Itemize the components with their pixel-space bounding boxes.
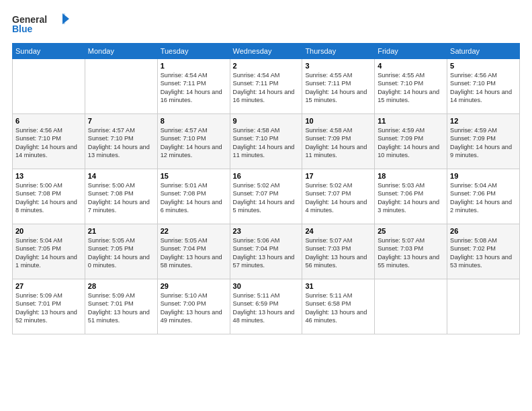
day-number: 22 — [161, 227, 227, 235]
day-info: Sunrise: 4:57 AM Sunset: 7:10 PM Dayligh… — [161, 126, 227, 160]
day-info: Sunrise: 4:58 AM Sunset: 7:09 PM Dayligh… — [305, 126, 371, 160]
weekday-header-saturday: Saturday — [447, 44, 520, 59]
weekday-header-wednesday: Wednesday — [230, 44, 302, 59]
day-number: 29 — [161, 282, 227, 290]
calendar-cell: 24Sunrise: 5:07 AM Sunset: 7:03 PM Dayli… — [302, 224, 375, 279]
day-number: 21 — [88, 227, 154, 235]
day-info: Sunrise: 5:06 AM Sunset: 7:04 PM Dayligh… — [233, 236, 300, 270]
day-info: Sunrise: 5:02 AM Sunset: 7:07 PM Dayligh… — [305, 181, 371, 215]
week-row-1: 1Sunrise: 4:54 AM Sunset: 7:11 PM Daylig… — [13, 59, 520, 114]
week-row-5: 27Sunrise: 5:09 AM Sunset: 7:01 PM Dayli… — [13, 279, 520, 334]
day-number: 10 — [305, 117, 371, 125]
calendar-cell: 17Sunrise: 5:02 AM Sunset: 7:07 PM Dayli… — [302, 169, 375, 224]
day-number: 12 — [450, 117, 517, 125]
week-row-2: 6Sunrise: 4:56 AM Sunset: 7:10 PM Daylig… — [13, 114, 520, 169]
day-info: Sunrise: 5:04 AM Sunset: 7:06 PM Dayligh… — [450, 181, 517, 215]
calendar-cell: 28Sunrise: 5:09 AM Sunset: 7:01 PM Dayli… — [85, 279, 157, 334]
weekday-header-friday: Friday — [375, 44, 447, 59]
week-row-3: 13Sunrise: 5:00 AM Sunset: 7:08 PM Dayli… — [13, 169, 520, 224]
calendar-cell: 11Sunrise: 4:59 AM Sunset: 7:09 PM Dayli… — [375, 114, 447, 169]
day-info: Sunrise: 5:01 AM Sunset: 7:08 PM Dayligh… — [161, 181, 227, 215]
weekday-header-row: SundayMondayTuesdayWednesdayThursdayFrid… — [13, 44, 520, 59]
day-number: 9 — [233, 117, 300, 125]
calendar-cell: 30Sunrise: 5:11 AM Sunset: 6:59 PM Dayli… — [230, 279, 302, 334]
day-number: 26 — [450, 227, 517, 235]
logo-text-block: General Blue — [12, 12, 73, 36]
day-info: Sunrise: 5:02 AM Sunset: 7:07 PM Dayligh… — [233, 181, 300, 215]
day-info: Sunrise: 4:54 AM Sunset: 7:11 PM Dayligh… — [233, 71, 300, 105]
page: General Blue SundayMondayTuesdayWednesda… — [0, 0, 532, 411]
calendar-cell: 26Sunrise: 5:08 AM Sunset: 7:02 PM Dayli… — [447, 224, 520, 279]
day-info: Sunrise: 5:09 AM Sunset: 7:01 PM Dayligh… — [88, 291, 154, 325]
calendar-cell: 8Sunrise: 4:57 AM Sunset: 7:10 PM Daylig… — [157, 114, 230, 169]
day-info: Sunrise: 5:03 AM Sunset: 7:06 PM Dayligh… — [378, 181, 444, 215]
day-number: 1 — [161, 62, 227, 70]
day-number: 3 — [305, 62, 371, 70]
weekday-header-monday: Monday — [85, 44, 157, 59]
day-number: 14 — [88, 172, 154, 180]
calendar-cell — [85, 59, 157, 114]
day-number: 11 — [378, 117, 444, 125]
day-info: Sunrise: 5:11 AM Sunset: 6:58 PM Dayligh… — [305, 291, 371, 325]
calendar-cell: 31Sunrise: 5:11 AM Sunset: 6:58 PM Dayli… — [302, 279, 375, 334]
day-info: Sunrise: 4:59 AM Sunset: 7:09 PM Dayligh… — [378, 126, 444, 160]
day-info: Sunrise: 4:55 AM Sunset: 7:11 PM Dayligh… — [305, 71, 371, 105]
calendar-cell: 25Sunrise: 5:07 AM Sunset: 7:03 PM Dayli… — [375, 224, 447, 279]
day-info: Sunrise: 4:58 AM Sunset: 7:10 PM Dayligh… — [233, 126, 300, 160]
day-info: Sunrise: 5:04 AM Sunset: 7:05 PM Dayligh… — [15, 236, 82, 270]
day-info: Sunrise: 5:05 AM Sunset: 7:04 PM Dayligh… — [161, 236, 227, 270]
calendar-cell: 1Sunrise: 4:54 AM Sunset: 7:11 PM Daylig… — [157, 59, 230, 114]
calendar-cell: 2Sunrise: 4:54 AM Sunset: 7:11 PM Daylig… — [230, 59, 302, 114]
calendar-cell: 14Sunrise: 5:00 AM Sunset: 7:08 PM Dayli… — [85, 169, 157, 224]
week-row-4: 20Sunrise: 5:04 AM Sunset: 7:05 PM Dayli… — [13, 224, 520, 279]
day-info: Sunrise: 4:59 AM Sunset: 7:09 PM Dayligh… — [450, 126, 517, 160]
svg-text:Blue: Blue — [12, 24, 33, 34]
calendar-cell: 23Sunrise: 5:06 AM Sunset: 7:04 PM Dayli… — [230, 224, 302, 279]
calendar-cell: 20Sunrise: 5:04 AM Sunset: 7:05 PM Dayli… — [13, 224, 85, 279]
day-number: 4 — [378, 62, 444, 70]
day-number: 17 — [305, 172, 371, 180]
day-number: 28 — [88, 282, 154, 290]
day-info: Sunrise: 5:07 AM Sunset: 7:03 PM Dayligh… — [378, 236, 444, 270]
calendar-cell: 6Sunrise: 4:56 AM Sunset: 7:10 PM Daylig… — [13, 114, 85, 169]
calendar-cell: 18Sunrise: 5:03 AM Sunset: 7:06 PM Dayli… — [375, 169, 447, 224]
calendar-cell: 9Sunrise: 4:58 AM Sunset: 7:10 PM Daylig… — [230, 114, 302, 169]
day-info: Sunrise: 4:56 AM Sunset: 7:10 PM Dayligh… — [450, 71, 517, 105]
day-info: Sunrise: 4:56 AM Sunset: 7:10 PM Dayligh… — [15, 126, 82, 160]
svg-rect-3 — [62, 13, 65, 24]
day-number: 19 — [450, 172, 517, 180]
calendar-cell: 7Sunrise: 4:57 AM Sunset: 7:10 PM Daylig… — [85, 114, 157, 169]
calendar-cell — [375, 279, 447, 334]
calendar-cell: 27Sunrise: 5:09 AM Sunset: 7:01 PM Dayli… — [13, 279, 85, 334]
calendar-cell: 22Sunrise: 5:05 AM Sunset: 7:04 PM Dayli… — [157, 224, 230, 279]
day-number: 23 — [233, 227, 300, 235]
calendar-cell: 19Sunrise: 5:04 AM Sunset: 7:06 PM Dayli… — [447, 169, 520, 224]
day-info: Sunrise: 5:11 AM Sunset: 6:59 PM Dayligh… — [233, 291, 300, 325]
day-number: 30 — [233, 282, 300, 290]
day-info: Sunrise: 4:54 AM Sunset: 7:11 PM Dayligh… — [161, 71, 227, 105]
day-info: Sunrise: 4:55 AM Sunset: 7:10 PM Dayligh… — [378, 71, 444, 105]
day-number: 20 — [15, 227, 82, 235]
day-info: Sunrise: 5:10 AM Sunset: 7:00 PM Dayligh… — [161, 291, 227, 325]
day-number: 8 — [161, 117, 227, 125]
weekday-header-sunday: Sunday — [13, 44, 85, 59]
day-info: Sunrise: 4:57 AM Sunset: 7:10 PM Dayligh… — [88, 126, 154, 160]
day-number: 27 — [15, 282, 82, 290]
day-info: Sunrise: 5:08 AM Sunset: 7:02 PM Dayligh… — [450, 236, 517, 270]
logo-svg: General Blue — [12, 12, 73, 36]
day-info: Sunrise: 5:09 AM Sunset: 7:01 PM Dayligh… — [15, 291, 82, 325]
day-info: Sunrise: 5:07 AM Sunset: 7:03 PM Dayligh… — [305, 236, 371, 270]
calendar-cell: 3Sunrise: 4:55 AM Sunset: 7:11 PM Daylig… — [302, 59, 375, 114]
calendar-cell: 21Sunrise: 5:05 AM Sunset: 7:05 PM Dayli… — [85, 224, 157, 279]
calendar-table: SundayMondayTuesdayWednesdayThursdayFrid… — [12, 43, 520, 334]
day-number: 31 — [305, 282, 371, 290]
day-info: Sunrise: 5:00 AM Sunset: 7:08 PM Dayligh… — [88, 181, 154, 215]
logo: General Blue — [12, 12, 73, 36]
day-number: 18 — [378, 172, 444, 180]
calendar-cell — [447, 279, 520, 334]
calendar-cell: 15Sunrise: 5:01 AM Sunset: 7:08 PM Dayli… — [157, 169, 230, 224]
weekday-header-tuesday: Tuesday — [157, 44, 230, 59]
calendar-cell — [13, 59, 85, 114]
day-info: Sunrise: 5:05 AM Sunset: 7:05 PM Dayligh… — [88, 236, 154, 270]
day-info: Sunrise: 5:00 AM Sunset: 7:08 PM Dayligh… — [15, 181, 82, 215]
